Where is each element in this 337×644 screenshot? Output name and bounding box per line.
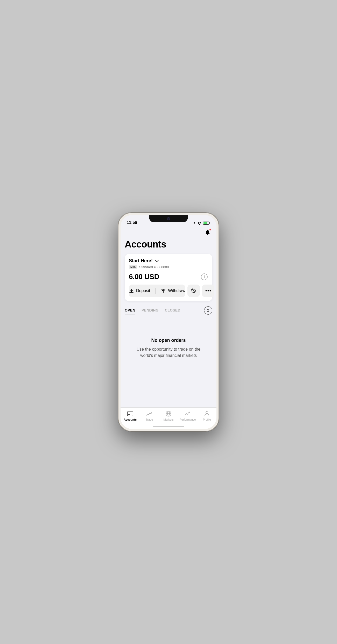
empty-state: No open orders Use the opportunity to tr…	[125, 322, 212, 369]
balance-row: 6.00 USD	[129, 273, 208, 281]
nav-item-trade[interactable]: Trade	[140, 410, 159, 421]
balance-amount: 6.00 USD	[129, 273, 159, 281]
more-button[interactable]	[202, 285, 214, 297]
status-time: 11:56	[127, 220, 137, 225]
account-header[interactable]: Start Here!	[129, 258, 208, 264]
trade-nav-label: Trade	[146, 418, 153, 421]
camera	[167, 217, 170, 220]
home-indicator	[153, 426, 184, 427]
phone-screen: 11:56 ✈	[121, 215, 216, 429]
chevron-down-icon	[155, 260, 159, 262]
phone-frame: 11:56 ✈	[118, 213, 219, 431]
divider	[155, 288, 156, 294]
nav-item-profile[interactable]: Profile	[197, 410, 216, 421]
profile-nav-label: Profile	[203, 418, 211, 421]
nav-item-accounts[interactable]: Accounts	[121, 410, 140, 421]
deposit-withdraw-button[interactable]: Deposit Withdraw	[129, 285, 185, 297]
history-icon	[191, 288, 196, 294]
svg-point-2	[205, 290, 207, 292]
accounts-nav-icon	[127, 410, 134, 417]
performance-nav-icon	[184, 410, 191, 417]
svg-point-4	[209, 290, 211, 292]
sort-button[interactable]	[204, 306, 212, 315]
withdraw-action[interactable]: Withdraw	[161, 288, 185, 293]
info-button[interactable]	[200, 273, 208, 281]
markets-nav-label: Markets	[163, 418, 173, 421]
main-content: Accounts Start Here! MT5 Standard #88888…	[121, 227, 216, 407]
empty-description: Use the opportunity to trade on the worl…	[135, 346, 202, 359]
svg-rect-5	[127, 412, 133, 416]
notification-dot	[209, 229, 211, 231]
history-button[interactable]	[187, 285, 200, 297]
sort-icon	[206, 308, 210, 313]
tab-pending[interactable]: PENDING	[142, 308, 159, 315]
markets-nav-icon	[165, 410, 172, 417]
nav-item-markets[interactable]: Markets	[159, 410, 178, 421]
tabs-row: OPEN PENDING CLOSED	[125, 306, 212, 317]
header-row	[125, 227, 212, 239]
nav-item-performance[interactable]: Performance	[178, 410, 197, 421]
tabs-group: OPEN PENDING CLOSED	[125, 308, 180, 315]
notch	[149, 215, 188, 222]
deposit-icon	[129, 288, 134, 293]
empty-title: No open orders	[151, 338, 186, 343]
accounts-nav-label: Accounts	[124, 418, 137, 421]
deposit-action[interactable]: Deposit	[129, 288, 150, 293]
withdraw-icon	[161, 288, 166, 293]
deposit-label: Deposit	[136, 288, 150, 293]
battery-icon	[203, 222, 210, 225]
airplane-icon: ✈	[193, 221, 196, 225]
account-number: Standard #8888888	[139, 265, 169, 269]
svg-point-7	[206, 412, 208, 414]
page-title: Accounts	[125, 239, 212, 250]
account-name: Start Here!	[129, 258, 153, 264]
wifi-icon	[197, 222, 201, 225]
account-meta: MT5 Standard #8888888	[129, 265, 208, 269]
notification-button[interactable]	[203, 228, 212, 237]
account-card: Start Here! MT5 Standard #8888888 6.00 U…	[125, 254, 212, 301]
more-icon	[205, 290, 211, 292]
trade-nav-icon	[146, 410, 153, 417]
svg-point-3	[207, 290, 209, 292]
action-row: Deposit Withdraw	[129, 285, 208, 297]
tab-closed[interactable]: CLOSED	[165, 308, 180, 315]
withdraw-label: Withdraw	[168, 288, 185, 293]
performance-nav-label: Performance	[180, 418, 196, 421]
tab-open[interactable]: OPEN	[125, 308, 135, 315]
status-icons: ✈	[193, 221, 210, 225]
mt5-badge: MT5	[129, 265, 137, 269]
profile-nav-icon	[203, 410, 210, 417]
svg-point-1	[204, 275, 205, 276]
